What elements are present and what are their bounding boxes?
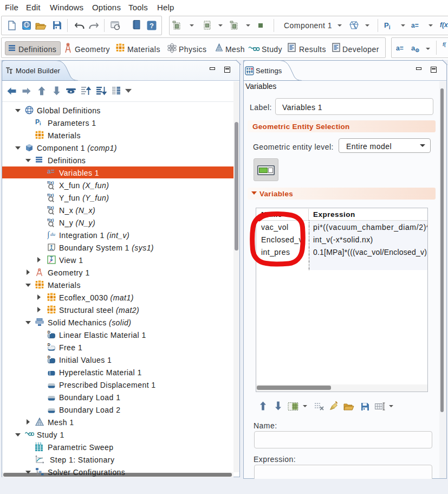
svg-text:f(x): f(x) (47, 180, 54, 185)
svg-text:du: du (50, 232, 56, 237)
svg-text:f(x): f(x) (47, 217, 54, 222)
svg-text:f(x): f(x) (47, 205, 54, 210)
svg-text:D: D (48, 343, 50, 347)
svg-text:D: D (48, 355, 50, 359)
svg-text:?: ? (150, 22, 154, 30)
svg-text:f(x): f(x) (47, 193, 54, 197)
svg-text:D: D (48, 330, 50, 334)
